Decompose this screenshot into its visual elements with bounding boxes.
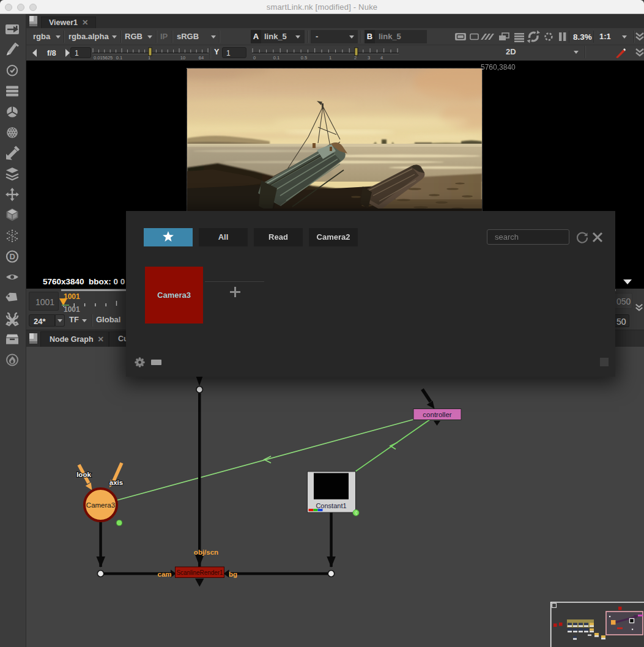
svg-text:D: D bbox=[10, 252, 15, 261]
svg-text:0: 0 bbox=[253, 55, 256, 61]
svg-text:2: 2 bbox=[354, 55, 357, 61]
svg-text:1: 1 bbox=[329, 55, 331, 61]
svg-text:Constant1: Constant1 bbox=[316, 502, 346, 509]
svg-text:ScanlineRender1: ScanlineRender1 bbox=[177, 569, 223, 576]
svg-text:10: 10 bbox=[180, 55, 185, 61]
svg-text:bg: bg bbox=[229, 571, 237, 578]
svg-text:look: look bbox=[76, 471, 91, 478]
svg-text:Camera3: Camera3 bbox=[86, 501, 115, 509]
svg-text:f/8: f/8 bbox=[47, 49, 56, 57]
svg-text:cam: cam bbox=[157, 571, 171, 578]
svg-text:64: 64 bbox=[199, 55, 204, 61]
svg-text:4: 4 bbox=[380, 55, 383, 61]
svg-text:8.3%: 8.3% bbox=[573, 32, 592, 42]
svg-text:obj/scn: obj/scn bbox=[194, 549, 218, 556]
svg-text:0.1: 0.1 bbox=[116, 55, 122, 61]
svg-text:axis: axis bbox=[109, 479, 123, 486]
svg-text:0.1: 0.1 bbox=[273, 55, 279, 61]
svg-text:1: 1 bbox=[148, 55, 150, 61]
svg-text:0.015625: 0.015625 bbox=[94, 55, 113, 61]
svg-text:controller: controller bbox=[423, 411, 451, 418]
svg-text:1001: 1001 bbox=[64, 305, 80, 313]
svg-text:0.5: 0.5 bbox=[301, 55, 307, 61]
svg-text:3: 3 bbox=[368, 55, 370, 61]
